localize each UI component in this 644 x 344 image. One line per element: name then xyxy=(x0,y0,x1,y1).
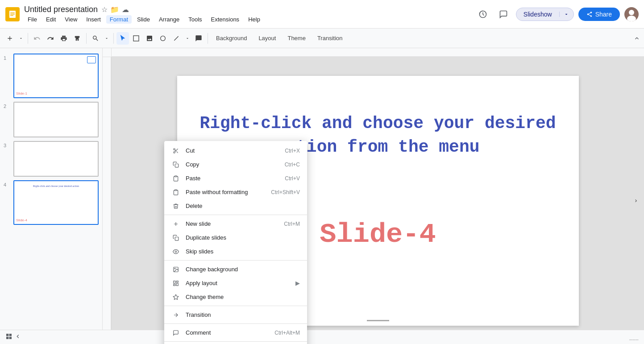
slides-panel: 1 Slide-1 2 3 4 Right-click and choose y… xyxy=(0,48,103,344)
copy-icon xyxy=(171,162,180,168)
cursor-tool[interactable] xyxy=(116,32,129,45)
print-button[interactable] xyxy=(58,32,70,45)
frame-tool[interactable] xyxy=(130,32,142,45)
image-tool[interactable] xyxy=(143,32,156,45)
context-menu-cut[interactable]: Cut Ctrl+X xyxy=(164,144,307,157)
separator-a xyxy=(164,215,307,215)
user-avatar[interactable] xyxy=(624,7,639,21)
background-btn[interactable]: Background xyxy=(211,33,252,43)
canvas-area[interactable]: Right-click and choose your desired acti… xyxy=(112,57,644,344)
context-menu-skip[interactable]: Skip slides xyxy=(164,245,307,258)
svg-rect-21 xyxy=(175,237,179,240)
slide-number-1: 1 xyxy=(4,54,11,61)
svg-rect-18 xyxy=(175,164,179,167)
menu-slide[interactable]: Slide xyxy=(133,15,154,24)
slide-number-3: 3 xyxy=(4,141,11,148)
svg-point-14 xyxy=(174,151,175,153)
star-icon[interactable]: ☆ xyxy=(101,5,108,14)
slideshow-button[interactable]: Slideshow xyxy=(516,8,559,21)
separator-d xyxy=(164,323,307,324)
comment-button[interactable] xyxy=(495,6,511,22)
context-menu-change-bg[interactable]: Change background xyxy=(164,262,307,276)
svg-point-13 xyxy=(174,148,175,150)
zoom-dropdown[interactable] xyxy=(103,32,111,45)
delete-label: Delete xyxy=(186,203,300,209)
svg-rect-4 xyxy=(10,15,13,16)
transition-btn[interactable]: Transition xyxy=(312,33,348,43)
slide-item-4[interactable]: 4 Right-click and choose your desired ac… xyxy=(0,178,102,227)
redo-button[interactable] xyxy=(44,32,57,45)
svg-line-16 xyxy=(176,151,178,153)
context-menu-delete[interactable]: Delete xyxy=(164,199,307,213)
add-dropdown[interactable] xyxy=(17,32,25,45)
layout-btn[interactable]: Layout xyxy=(253,33,281,43)
slide-number-4: 4 xyxy=(4,180,11,187)
menu-format[interactable]: Format xyxy=(106,15,132,24)
svg-line-17 xyxy=(175,149,176,150)
line-tool[interactable] xyxy=(170,32,183,45)
add-button[interactable] xyxy=(4,32,16,45)
slide-item-3[interactable]: 3 xyxy=(0,139,102,178)
menu-extensions[interactable]: Extensions xyxy=(208,15,243,24)
paste-no-format-label: Paste without formatting xyxy=(186,189,271,195)
separator-c xyxy=(164,306,307,306)
menu-file[interactable]: File xyxy=(24,15,41,24)
menu-tools[interactable]: Tools xyxy=(185,15,205,24)
paste-icon xyxy=(171,175,180,182)
paint-format-button[interactable] xyxy=(71,32,83,45)
context-menu-comment[interactable]: Comment Ctrl+Alt+M xyxy=(164,326,307,340)
layout-icon xyxy=(171,280,180,286)
context-menu-copy[interactable]: Copy Ctrl+C xyxy=(164,157,307,171)
comment-shortcut: Ctrl+Alt+M xyxy=(274,330,300,336)
theme-btn[interactable]: Theme xyxy=(282,33,311,43)
canvas-row: Right-click and choose your desired acti… xyxy=(103,57,644,344)
panel-toggle-bottom[interactable] xyxy=(14,333,21,341)
menu-arrange[interactable]: Arrange xyxy=(155,15,183,24)
separator-2 xyxy=(86,33,87,44)
slide-item-2[interactable]: 2 xyxy=(0,100,102,139)
undo-button[interactable] xyxy=(31,32,43,45)
line-tool-dropdown[interactable] xyxy=(183,32,191,45)
context-menu-transition[interactable]: Transition xyxy=(164,308,307,322)
menu-view[interactable]: View xyxy=(61,15,81,24)
context-menu-new-slide[interactable]: New slide Ctrl+M xyxy=(164,217,307,231)
cloud-icon[interactable]: ☁ xyxy=(122,5,129,14)
copy-label: Copy xyxy=(186,161,285,168)
separator-b xyxy=(164,260,307,261)
slide-page-indicator xyxy=(367,320,389,321)
context-menu-apply-layout[interactable]: Apply layout ▶ xyxy=(164,276,307,290)
svg-point-24 xyxy=(175,268,175,269)
canvas-scroll-right[interactable] xyxy=(631,195,641,206)
slide-thumb-3[interactable] xyxy=(13,141,99,177)
share-button[interactable]: Share xyxy=(578,8,620,21)
slideshow-dropdown[interactable] xyxy=(559,12,573,17)
slideshow-button-group: Slideshow xyxy=(516,8,574,21)
menu-insert[interactable]: Insert xyxy=(83,15,104,24)
paste-label: Paste xyxy=(186,175,285,182)
comment-tool[interactable] xyxy=(192,32,205,45)
slide-label-1: Slide-1 xyxy=(16,91,27,95)
doc-title[interactable]: Untitled presentation xyxy=(24,5,98,14)
folder-icon[interactable]: 📁 xyxy=(110,5,119,14)
slide-item-1[interactable]: 1 Slide-1 xyxy=(0,52,102,100)
svg-rect-2 xyxy=(10,12,15,13)
context-menu-change-theme[interactable]: Change theme xyxy=(164,290,307,304)
grid-icon-bottom[interactable] xyxy=(5,333,12,341)
menu-edit[interactable]: Edit xyxy=(42,15,59,24)
shapes-tool[interactable] xyxy=(157,32,169,45)
context-menu-paste-no-format[interactable]: Paste without formatting Ctrl+Shift+V xyxy=(164,185,307,199)
new-slide-label: New slide xyxy=(186,220,284,227)
slide-thumb-1[interactable]: Slide-1 xyxy=(13,54,99,98)
slide-number-2: 2 xyxy=(4,102,11,109)
cut-label: Cut xyxy=(186,147,285,154)
context-menu-duplicate[interactable]: Duplicate slides xyxy=(164,231,307,245)
slide-thumb-4[interactable]: Right-click and choose your desired acti… xyxy=(13,180,99,225)
title-right: Slideshow Share xyxy=(475,6,639,22)
menu-help[interactable]: Help xyxy=(245,15,264,24)
context-menu-paste[interactable]: Paste Ctrl+V xyxy=(164,171,307,185)
background-icon xyxy=(171,266,180,273)
history-button[interactable] xyxy=(475,6,491,22)
ruler-row xyxy=(103,48,644,57)
zoom-button[interactable] xyxy=(89,32,102,45)
slide-thumb-2[interactable] xyxy=(13,102,99,137)
